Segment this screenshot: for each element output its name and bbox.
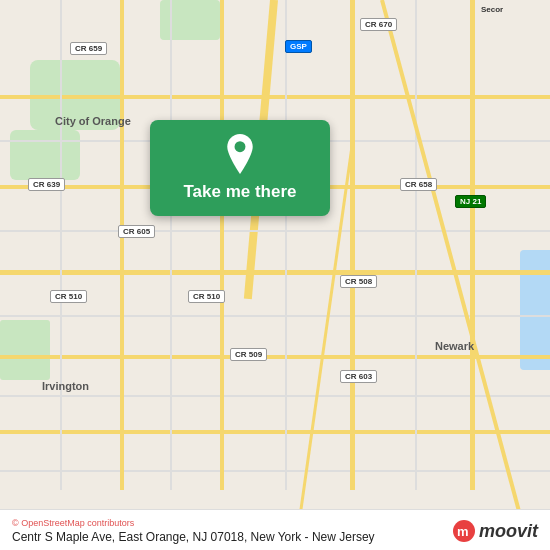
water-area: [520, 250, 550, 370]
road-h9: [0, 395, 550, 397]
road-h1: [0, 95, 550, 99]
bottom-bar: © OpenStreetMap contributors Centr S Map…: [0, 509, 550, 550]
shield-cr639: CR 639: [28, 178, 65, 191]
road-v7: [285, 0, 287, 490]
cta-button-label: Take me there: [183, 182, 296, 202]
road-v8: [415, 0, 417, 490]
svg-text:m: m: [457, 524, 469, 539]
svg-point-0: [235, 141, 246, 152]
road-h5: [0, 430, 550, 434]
city-label-orange: City of Orange: [55, 115, 131, 127]
park-area-4: [0, 320, 50, 380]
shield-cr510a: CR 510: [50, 290, 87, 303]
take-me-there-button[interactable]: Take me there: [150, 120, 330, 216]
osm-text: OpenStreetMap contributors: [21, 518, 134, 528]
shield-cr508: CR 508: [340, 275, 377, 288]
shield-cr605: CR 605: [118, 225, 155, 238]
moovit-text: moovit: [479, 521, 538, 542]
road-h4: [0, 355, 550, 359]
shield-cr509: CR 509: [230, 348, 267, 361]
label-secor: Secor: [478, 4, 506, 15]
location-pin-icon: [223, 134, 257, 174]
road-v3: [350, 0, 355, 490]
shield-cr603: CR 603: [340, 370, 377, 383]
park-area-3: [160, 0, 220, 40]
address-text: Centr S Maple Ave, East Orange, NJ 07018…: [12, 530, 375, 544]
shield-nj21: NJ 21: [455, 195, 486, 208]
road-v4: [470, 0, 475, 490]
city-label-newark: Newark: [435, 340, 474, 352]
shield-gsp: GSP: [285, 40, 312, 53]
shield-cr510b: CR 510: [188, 290, 225, 303]
shield-cr670: CR 670: [360, 18, 397, 31]
moovit-logo: m moovit: [453, 520, 538, 542]
shield-cr659: CR 659: [70, 42, 107, 55]
cta-button-container: Take me there: [150, 120, 330, 216]
shield-cr658: CR 658: [400, 178, 437, 191]
road-v2: [220, 0, 224, 490]
city-label-irvington: Irvington: [42, 380, 89, 392]
bottom-bar-left: © OpenStreetMap contributors Centr S Map…: [12, 518, 375, 544]
moovit-logo-icon: m: [453, 520, 475, 542]
map-container: CR 659 CR 670 GSP CR 639 CR 605 CR 658 N…: [0, 0, 550, 550]
osm-credit: © OpenStreetMap contributors: [12, 518, 375, 528]
park-area-2: [10, 130, 80, 180]
road-h10: [0, 470, 550, 472]
road-v6: [170, 0, 172, 490]
road-v1: [120, 0, 124, 490]
road-h3: [0, 270, 550, 275]
road-v5: [60, 0, 62, 490]
copyright-symbol: ©: [12, 518, 19, 528]
road-h7: [0, 230, 550, 232]
